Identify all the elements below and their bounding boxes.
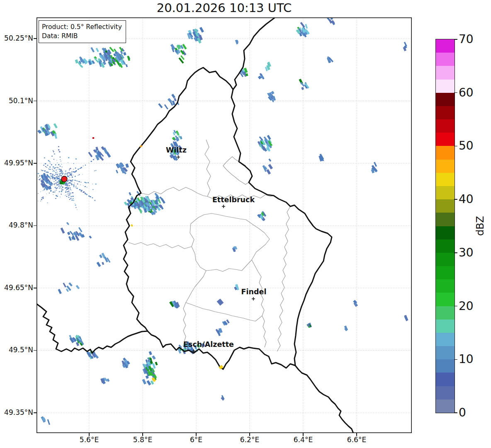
clutter-dot bbox=[72, 177, 73, 177]
clutter-dot bbox=[59, 176, 60, 177]
clutter-dot bbox=[60, 197, 61, 197]
clutter-dot bbox=[54, 175, 55, 176]
clutter-dot bbox=[53, 194, 53, 195]
clutter-dot bbox=[68, 184, 68, 184]
colorbar-unit-label: dBZ bbox=[474, 209, 486, 242]
clutter-dot bbox=[44, 157, 45, 158]
clutter-dot bbox=[70, 183, 71, 184]
clutter-dot bbox=[38, 193, 39, 194]
lat-tick-label: 49.95°N bbox=[0, 159, 33, 167]
clutter-dot bbox=[69, 194, 70, 195]
clutter-dot bbox=[85, 193, 85, 193]
clutter-dot bbox=[56, 177, 57, 178]
lon-tick-mark bbox=[196, 433, 197, 436]
clutter-dot bbox=[60, 175, 61, 176]
clutter-dot bbox=[58, 146, 59, 147]
clutter-dot bbox=[49, 186, 49, 186]
clutter-dot bbox=[74, 180, 75, 180]
clutter-dot bbox=[55, 180, 56, 181]
clutter-dot bbox=[68, 187, 69, 188]
clutter-dot bbox=[40, 178, 41, 179]
clutter-dot bbox=[55, 191, 56, 191]
clutter-dot bbox=[92, 197, 93, 198]
clutter-dot bbox=[51, 174, 52, 174]
clutter-dot bbox=[52, 177, 53, 178]
clutter-dot bbox=[85, 165, 86, 166]
clutter-dot bbox=[58, 180, 59, 181]
clutter-dot bbox=[69, 177, 70, 178]
clutter-dot bbox=[88, 182, 89, 183]
colorbar-segment bbox=[436, 252, 455, 266]
colorbar-tick-label: 50 bbox=[459, 139, 474, 153]
clutter-dot bbox=[85, 182, 86, 183]
clutter-dot bbox=[72, 192, 73, 193]
clutter-dot bbox=[61, 185, 62, 186]
clutter-dot bbox=[71, 193, 72, 194]
clutter-dot bbox=[65, 184, 66, 184]
clutter-dot bbox=[66, 189, 68, 190]
lon-tick-label: 5.8°E bbox=[126, 436, 159, 444]
clutter-dot bbox=[71, 183, 72, 183]
lon-tick-label: 6.2°E bbox=[233, 436, 266, 444]
clutter-dot bbox=[76, 181, 77, 182]
clutter-dot bbox=[73, 175, 73, 175]
clutter-dot bbox=[47, 172, 48, 173]
colorbar-tick-label: 20 bbox=[459, 299, 474, 313]
clutter-dot bbox=[59, 173, 60, 174]
colorbar-segment bbox=[436, 239, 455, 253]
colorbar-tick-label: 70 bbox=[459, 32, 474, 46]
clutter-dot bbox=[81, 191, 82, 192]
colorbar-segment bbox=[436, 386, 455, 400]
clutter-dot bbox=[69, 199, 70, 200]
clutter-dot bbox=[67, 180, 68, 181]
radar-map-canvas[interactable]: WiltzEttelbruckFindelEsch/Alzette bbox=[36, 17, 412, 433]
clutter-dot bbox=[73, 196, 74, 197]
colorbar-segment bbox=[436, 159, 455, 173]
clutter-dot bbox=[53, 159, 54, 160]
colorbar-tick-label: 40 bbox=[459, 192, 474, 206]
clutter-dot bbox=[57, 172, 58, 172]
clutter-dot bbox=[75, 176, 76, 177]
clutter-dot bbox=[66, 184, 67, 184]
clutter-dot bbox=[68, 176, 69, 177]
clutter-dot bbox=[50, 163, 51, 164]
clutter-dot bbox=[53, 170, 54, 171]
clutter-dot bbox=[43, 197, 44, 198]
clutter-dot bbox=[66, 192, 66, 193]
clutter-dot bbox=[73, 172, 75, 173]
clutter-dot bbox=[92, 189, 93, 190]
colorbar-tick-mark bbox=[454, 92, 457, 93]
clutter-dot bbox=[83, 186, 83, 186]
clutter-dot bbox=[44, 189, 45, 190]
clutter-dot bbox=[67, 191, 68, 192]
lon-tick-label: 6.6°E bbox=[340, 436, 373, 444]
clutter-dot bbox=[91, 161, 92, 162]
clutter-dot bbox=[67, 175, 68, 176]
clutter-dot bbox=[70, 181, 71, 182]
clutter-dot bbox=[44, 188, 45, 189]
clutter-dot bbox=[57, 162, 58, 163]
lat-tick-label: 50.25°N bbox=[0, 34, 33, 42]
city-label-findel: Findel bbox=[241, 288, 267, 296]
clutter-dot bbox=[50, 186, 51, 187]
clutter-dot bbox=[68, 188, 69, 189]
clutter-dot bbox=[66, 191, 66, 191]
clutter-dot bbox=[68, 191, 70, 191]
clutter-dot bbox=[66, 196, 68, 197]
clutter-dot bbox=[80, 191, 82, 191]
colorbar-segment bbox=[436, 319, 455, 333]
clutter-dot bbox=[90, 196, 91, 197]
clutter-dot bbox=[44, 170, 46, 171]
clutter-dot bbox=[56, 160, 57, 160]
clutter-dot bbox=[48, 168, 49, 169]
colorbar-segment bbox=[436, 186, 455, 199]
clutter-dot bbox=[54, 184, 55, 185]
clutter-dot bbox=[78, 169, 79, 170]
clutter-dot bbox=[70, 187, 71, 188]
colorbar-segment bbox=[436, 53, 455, 66]
clutter-dot bbox=[38, 173, 39, 174]
lon-tick-mark bbox=[89, 433, 90, 436]
colorbar-segment bbox=[436, 119, 455, 133]
lat-tick-label: 49.35°N bbox=[0, 408, 33, 417]
clutter-dot bbox=[55, 198, 56, 199]
